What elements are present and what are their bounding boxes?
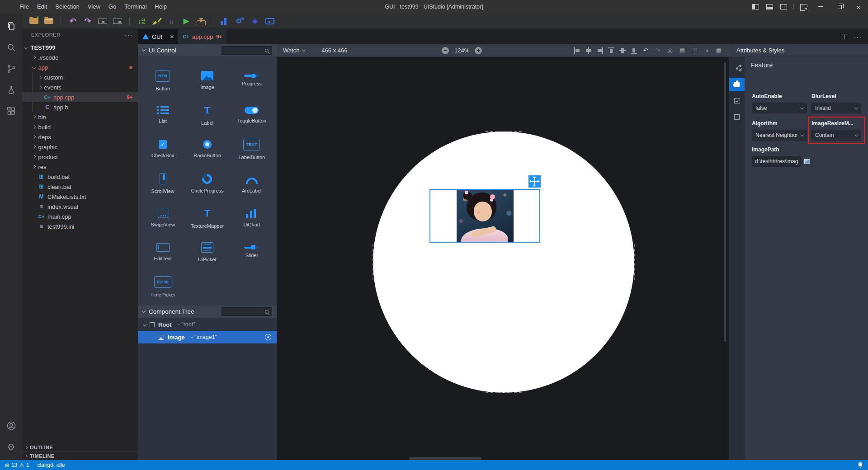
algorithm-dropdown[interactable]: Nearest Neighbor [752,130,807,141]
palette-item-slider[interactable]: Slider [230,235,274,269]
component-tree-searchbox[interactable] [222,307,272,316]
undo-icon[interactable]: ↶ [642,47,649,54]
menu-edit[interactable]: Edit [33,0,51,14]
toggle-sidebar-icon[interactable] [752,4,759,9]
image-picker-button[interactable] [802,157,811,166]
align-center-icon[interactable] [585,47,592,54]
palette-item-label[interactable]: TLabel [185,98,229,132]
editor-more-actions-icon[interactable]: ··· [854,33,862,41]
palette-item-labelbutton[interactable]: TEXTLabelButton [230,132,274,166]
activity-search-icon[interactable] [0,37,22,58]
new-folder-icon[interactable] [29,18,38,24]
align-left-icon[interactable] [574,47,580,54]
redo-icon[interactable]: ↷ [654,47,661,54]
ui-control-searchbox[interactable] [222,46,272,55]
open-folder-icon[interactable] [44,18,53,24]
activity-tests-icon[interactable] [0,79,22,100]
tree-item-build[interactable]: build [22,122,138,132]
redo-icon[interactable]: ↷ [83,16,92,27]
component-tree-item-image[interactable]: Image- "image1" [138,331,277,343]
split-editor-icon[interactable] [841,34,847,39]
align-top-icon[interactable] [608,47,614,54]
design-canvas[interactable] [277,57,729,460]
palette-item-edittext[interactable]: EditText [141,235,185,269]
tree-item-events[interactable]: events [22,82,138,92]
tree-item-app-cpp[interactable]: C+app.cpp9+ [22,92,138,102]
palette-item-list[interactable]: List [141,98,185,132]
gears-icon[interactable]: ⚙⚙ [236,16,245,27]
component-tree-search-input[interactable] [222,309,265,315]
style-square-icon[interactable] [729,110,745,124]
diamond-icon[interactable]: ◈ [250,16,259,27]
timeline-section[interactable]: TIMELINE [22,451,138,460]
zoom-out-button[interactable]: − [442,47,449,54]
run-icon[interactable]: ▶ [182,16,191,27]
properties-note-icon[interactable] [729,94,745,108]
palette-item-arclabel[interactable]: ArcLabel [230,166,274,201]
dock-left-icon[interactable] [98,19,107,24]
tree-item-deps[interactable]: deps [22,132,138,142]
palette-item-uipicker[interactable]: UiPicker [185,235,229,269]
tab-app-cpp[interactable]: C+app.cpp9+ [178,29,226,44]
palette-item-swipeview[interactable]: SwipeView [141,201,185,235]
tab-gui[interactable]: GUI× [138,29,178,44]
palette-item-togglebutton[interactable]: ToggleButton [230,98,274,132]
problems-indicator[interactable]: ⊗ 13 ⚠ 1 [5,462,29,469]
toggle-split-icon[interactable] [780,4,787,9]
image-widget-photo[interactable] [457,190,514,242]
activity-account-icon[interactable] [0,415,22,436]
tree-item-main-cpp[interactable]: C+main.cpp [22,212,138,221]
activity-source-control-icon[interactable] [0,58,22,79]
tree-item-app[interactable]: app [22,62,138,72]
tree-item-graphic[interactable]: graphic [22,142,138,152]
auto-enable-dropdown[interactable]: false [752,103,807,113]
clangd-status[interactable]: clangd: idle [38,462,65,468]
clean-icon[interactable] [152,17,161,25]
menu-go[interactable]: Go [104,0,120,14]
align-middle-icon[interactable] [619,47,626,54]
pipeline-icon[interactable]: ↓↓ [167,16,176,27]
component-tree-header[interactable]: Component Tree [138,306,277,318]
share-icon[interactable] [729,61,745,75]
palette-item-timepicker[interactable]: 00:00TimePicker [141,269,185,304]
frame-icon[interactable] [691,47,698,54]
image-resize-mode-dropdown[interactable]: Contain [811,130,861,141]
palette-item-radiobutton[interactable]: RadioButton [185,132,229,166]
tree-item-root[interactable]: TEST999 [22,42,138,52]
toggle-panel-icon[interactable] [766,4,773,9]
tree-item-test999-ini[interactable]: ≡test999.ini [22,221,138,231]
palette-item-progress[interactable]: Progress [230,63,274,98]
component-tree-item-root[interactable]: Root- "root" [138,318,277,331]
tree-item-custom[interactable]: custom [22,72,138,82]
tree-item--vscode[interactable]: .vscode [22,52,138,62]
palette-item-scrollview[interactable]: ScrollView [141,166,185,201]
grid-icon[interactable]: ▦ [715,47,722,54]
tree-item-bin[interactable]: bin [22,112,138,122]
ui-control-header[interactable]: UI Control [138,44,277,57]
close-tab-icon[interactable]: × [170,33,174,40]
watch-dropdown[interactable]: Watch [283,47,305,54]
activity-settings-icon[interactable]: ⚙ [0,436,22,457]
blur-level-dropdown[interactable]: Invalid [811,103,861,113]
align-right-icon[interactable] [597,47,603,54]
canvas-horizontal-scrollbar[interactable] [409,457,481,460]
root-widget-circle[interactable] [373,132,634,393]
image-path-input[interactable]: d:\test\ttt\res\imag [752,156,801,167]
zoom-in-button[interactable]: + [475,47,482,54]
minimize-button[interactable] [811,0,830,14]
stats-icon[interactable] [221,18,230,25]
swatch-icon[interactable]: ▤ [679,47,686,54]
menu-view[interactable]: View [84,0,104,14]
activity-extensions-icon[interactable] [0,100,22,122]
canvas-vertical-scrollbar[interactable] [724,62,726,342]
palette-item-checkbox[interactable]: ✓CheckBox [141,132,185,166]
palette-item-circleprogress[interactable]: CircleProgress [185,166,229,201]
tree-item-clean-bat[interactable]: ⊞clean.bat [22,182,138,192]
dock-right-icon[interactable] [113,19,122,24]
chip-icon[interactable] [265,18,274,24]
menu-selection[interactable]: Selection [51,0,83,14]
customize-layout-icon[interactable] [800,4,807,10]
tree-item-build-bat[interactable]: ⊞build.bat [22,172,138,182]
palette-item-image[interactable]: Image [185,63,229,98]
tree-item-index-visual[interactable]: ≡index.visual [22,202,138,212]
